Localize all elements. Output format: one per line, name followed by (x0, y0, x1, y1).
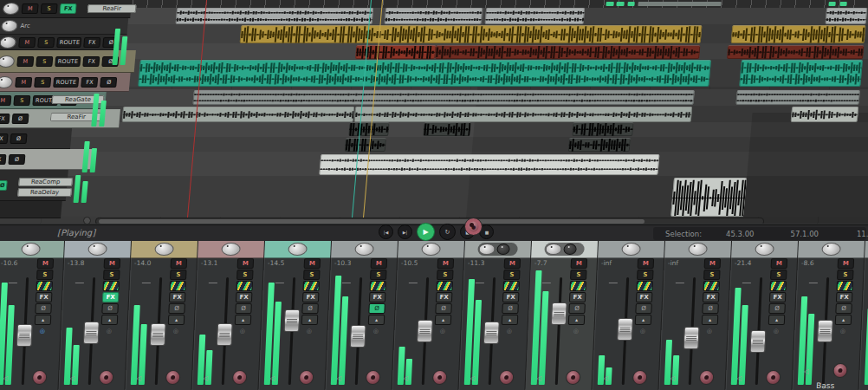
pan-knob[interactable] (221, 243, 241, 256)
speaker-icon[interactable]: ◁ (336, 374, 341, 382)
tcp-route-button[interactable]: ROUTE (55, 56, 81, 67)
solo-button[interactable]: S (837, 270, 854, 280)
speaker-icon[interactable]: ◁ (136, 374, 141, 382)
fx-button[interactable]: FX (436, 292, 453, 302)
routing-icon[interactable] (703, 281, 720, 291)
pan-knob[interactable] (354, 243, 374, 256)
routing-icon[interactable] (436, 281, 453, 291)
envelope-button[interactable]: ▴ (768, 315, 786, 325)
tcp-fx-button[interactable]: FX (0, 154, 6, 165)
fx-bypass-button[interactable]: Ø (101, 303, 119, 314)
tcp-s-button[interactable]: S (13, 95, 30, 106)
fx-button[interactable]: FX (36, 292, 53, 302)
mixer-strip[interactable]: -10.3MSFXØ▴◎◁ (325, 241, 398, 390)
selection-readout[interactable]: Selection: 45.3.00 57.1.00 11.2.00 (653, 227, 866, 240)
tcp-m-button[interactable]: M (16, 56, 34, 67)
routing-icon[interactable] (302, 281, 320, 291)
fx-bypass-button[interactable]: Ø (35, 303, 52, 314)
envelope-button[interactable]: ▴ (168, 315, 185, 325)
solo-button[interactable]: S (703, 270, 721, 280)
play-button[interactable]: ▶ (417, 223, 435, 241)
volume-fader[interactable] (150, 323, 166, 346)
tcp-track-row[interactable]: FXØ (0, 149, 93, 170)
record-arm-button[interactable] (299, 370, 314, 385)
speaker-icon[interactable]: ◁ (736, 374, 742, 382)
phase-button[interactable]: ◎ (834, 326, 852, 336)
envelope-button[interactable]: ▴ (235, 315, 252, 325)
solo-button[interactable]: S (370, 270, 387, 280)
record-arm-button[interactable] (99, 370, 114, 385)
ruler-marker[interactable] (839, 2, 846, 6)
mixer-strip[interactable]: -14.5MSFXØ▴◎◁ (258, 241, 332, 390)
speaker-icon[interactable]: ◁ (670, 374, 675, 382)
phase-button[interactable]: ◎ (567, 326, 585, 336)
record-arm-button[interactable] (699, 370, 715, 385)
phase-button[interactable]: ◎ (434, 326, 451, 336)
phase-button[interactable]: ◎ (100, 326, 118, 336)
media-item[interactable] (345, 138, 386, 152)
tcp-phase-button[interactable]: Ø (12, 114, 29, 124)
record-arm-button[interactable] (832, 363, 848, 378)
mute-button[interactable]: M (571, 258, 588, 269)
media-item[interactable] (572, 122, 633, 136)
tcp-fx-button[interactable]: FX (83, 56, 100, 67)
go-to-start-button[interactable]: |◀ (379, 224, 393, 239)
solo-button[interactable]: S (36, 270, 54, 280)
mute-button[interactable]: M (171, 258, 188, 269)
solo-button[interactable]: S (637, 270, 654, 280)
fx-bypass-button[interactable]: Ø (301, 303, 319, 314)
phase-button[interactable]: ◎ (768, 326, 785, 336)
pan-width-control[interactable] (544, 243, 585, 256)
fx-button[interactable]: FX (769, 292, 787, 302)
tcp-track-row[interactable] (0, 201, 62, 218)
pan-knob[interactable] (621, 243, 641, 256)
phase-button[interactable]: ◎ (167, 326, 185, 336)
solo-button[interactable]: S (170, 270, 187, 280)
pan-knob[interactable] (478, 244, 496, 255)
mute-button[interactable]: M (437, 258, 455, 269)
arrange-canvas[interactable]: MSFXReaFirArcMSROUTEFXØMSROUTEFXØMSROUTE… (0, 0, 868, 224)
mixer-strip[interactable]: -10.5MSFXØ▴◎◁ (392, 241, 465, 390)
record-button[interactable]: ● (464, 218, 483, 236)
speaker-icon[interactable]: ◁ (69, 374, 74, 382)
phase-button[interactable]: ◎ (501, 326, 518, 336)
tcp-m-button[interactable]: M (0, 95, 11, 106)
fx-button[interactable]: FX (636, 292, 653, 302)
solo-button[interactable]: S (770, 270, 787, 280)
volume-fader[interactable] (283, 309, 300, 332)
mixer-strip[interactable]: -7.7MSFXØ▴◎◁ (525, 241, 599, 390)
tcp-m-button[interactable]: M (15, 77, 32, 88)
pan-knob[interactable] (688, 243, 708, 256)
record-arm-button[interactable] (366, 370, 381, 385)
volume-fader[interactable] (683, 327, 700, 349)
width-knob[interactable] (496, 244, 510, 255)
speaker-icon[interactable]: ◁ (804, 367, 809, 375)
pan-width-control[interactable] (477, 243, 518, 256)
volume-knob[interactable] (0, 36, 16, 49)
tcp-fx-button[interactable]: FX (0, 133, 9, 144)
pan-knob[interactable] (21, 243, 41, 256)
phase-button[interactable]: ◎ (34, 326, 51, 336)
selection-end[interactable]: 57.1.00 (791, 230, 819, 238)
volume-fader[interactable] (83, 322, 100, 344)
routing-icon[interactable] (636, 281, 653, 291)
fx-button[interactable]: FX (302, 292, 320, 302)
media-item[interactable] (423, 122, 470, 136)
tcp-s-button[interactable]: S (34, 77, 51, 88)
fx-button[interactable]: FX (502, 292, 520, 302)
media-item[interactable] (385, 8, 483, 24)
envelope-button[interactable]: ▴ (301, 315, 319, 325)
solo-button[interactable]: S (503, 270, 521, 280)
volume-fader[interactable] (483, 322, 500, 344)
media-item[interactable] (122, 107, 355, 122)
speaker-icon[interactable]: ◁ (203, 374, 208, 382)
record-arm-button[interactable] (165, 370, 181, 385)
scrollbar-zoom-button[interactable] (83, 217, 91, 224)
media-item[interactable] (735, 90, 859, 105)
tcp-fx-enabled-button[interactable]: FX Ø (0, 180, 8, 191)
go-to-end-button[interactable]: ▶| (398, 224, 412, 239)
selection-length[interactable]: 11.2.00 (857, 230, 868, 238)
media-item[interactable] (138, 60, 711, 87)
media-item[interactable] (348, 122, 389, 136)
volume-fader[interactable] (749, 330, 766, 353)
